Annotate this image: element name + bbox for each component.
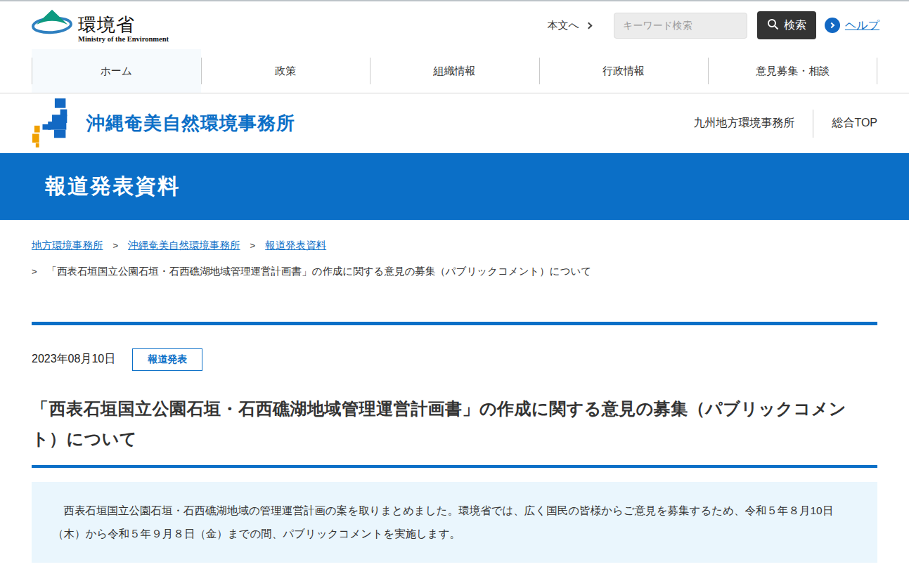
banner-title: 報道発表資料 xyxy=(45,172,180,201)
breadcrumb-separator: > xyxy=(250,239,256,253)
breadcrumb-link-office[interactable]: 沖縄奄美自然環境事務所 xyxy=(128,238,240,254)
search-input[interactable] xyxy=(614,13,747,39)
site-top-link[interactable]: 総合TOP xyxy=(832,116,877,131)
press-release-badge: 報道発表 xyxy=(132,348,202,371)
divider-blue-bottom xyxy=(32,465,877,468)
skip-to-content-link[interactable]: 本文へ xyxy=(548,19,591,32)
help-link[interactable]: ヘルプ xyxy=(845,18,879,33)
chevron-right-icon xyxy=(585,22,592,29)
help[interactable]: ヘルプ xyxy=(825,18,879,33)
breadcrumb-link-regional[interactable]: 地方環境事務所 xyxy=(32,238,103,254)
site-header: 環境省 Ministry of the Environment 本文へ 検索 ヘ… xyxy=(0,1,909,49)
divider xyxy=(813,110,813,138)
breadcrumb-separator: > xyxy=(32,265,37,279)
moe-logo-icon xyxy=(32,8,72,43)
breadcrumb-line-1: 地方環境事務所 > 沖縄奄美自然環境事務所 > 報道発表資料 xyxy=(32,238,877,254)
office-links: 九州地方環境事務所 総合TOP xyxy=(693,110,877,138)
breadcrumb: 地方環境事務所 > 沖縄奄美自然環境事務所 > 報道発表資料 > 「西表石垣国立… xyxy=(0,220,909,280)
article-date: 2023年08月10日 xyxy=(32,352,115,367)
regional-office-link[interactable]: 九州地方環境事務所 xyxy=(693,116,794,131)
page-title: 「西表石垣国立公園石垣・石西礁湖地域管理運営計画書」の作成に関する意見の募集（パ… xyxy=(0,382,909,454)
skip-link-label: 本文へ xyxy=(548,19,579,32)
search-button[interactable]: 検索 xyxy=(757,11,816,39)
moe-logo[interactable]: 環境省 Ministry of the Environment xyxy=(32,8,169,43)
moe-logo-title: 環境省 xyxy=(78,15,169,34)
breadcrumb-separator: > xyxy=(113,239,119,253)
office-title[interactable]: 沖縄奄美自然環境事務所 xyxy=(86,111,295,136)
moe-logo-text: 環境省 Ministry of the Environment xyxy=(78,15,169,44)
nav-item-policy[interactable]: 政策 xyxy=(201,49,370,93)
nav-item-home[interactable]: ホーム xyxy=(32,49,201,93)
search-icon xyxy=(767,18,779,33)
breadcrumb-current: 「西表石垣国立公園石垣・石西礁湖地域管理運営計画書」の作成に関する意見の募集（パ… xyxy=(47,264,592,280)
summary-box: 西表石垣国立公園石垣・石西礁湖地域の管理運営計画の案を取りまとめました。環境省で… xyxy=(32,482,877,563)
search-button-label: 検索 xyxy=(784,18,806,33)
chevron-circle-icon xyxy=(825,18,840,33)
nav-item-administrative[interactable]: 行政情報 xyxy=(539,49,709,93)
nav-item-organization[interactable]: 組織情報 xyxy=(370,49,539,93)
japan-map-icon xyxy=(32,97,74,150)
global-nav: ホーム 政策 組織情報 行政情報 意見募集・相談 xyxy=(0,49,909,93)
breadcrumb-link-press[interactable]: 報道発表資料 xyxy=(265,238,326,254)
breadcrumb-line-2: > 「西表石垣国立公園石垣・石西礁湖地域管理運営計画書」の作成に関する意見の募集… xyxy=(32,264,877,280)
page-banner: 報道発表資料 xyxy=(0,153,909,220)
nav-item-public-comment[interactable]: 意見募集・相談 xyxy=(708,49,877,93)
article-meta: 2023年08月10日 報道発表 xyxy=(0,325,909,371)
page: 環境省 Ministry of the Environment 本文へ 検索 ヘ… xyxy=(0,0,909,588)
office-bar: 沖縄奄美自然環境事務所 九州地方環境事務所 総合TOP xyxy=(0,93,909,153)
moe-logo-subtitle: Ministry of the Environment xyxy=(78,36,169,44)
